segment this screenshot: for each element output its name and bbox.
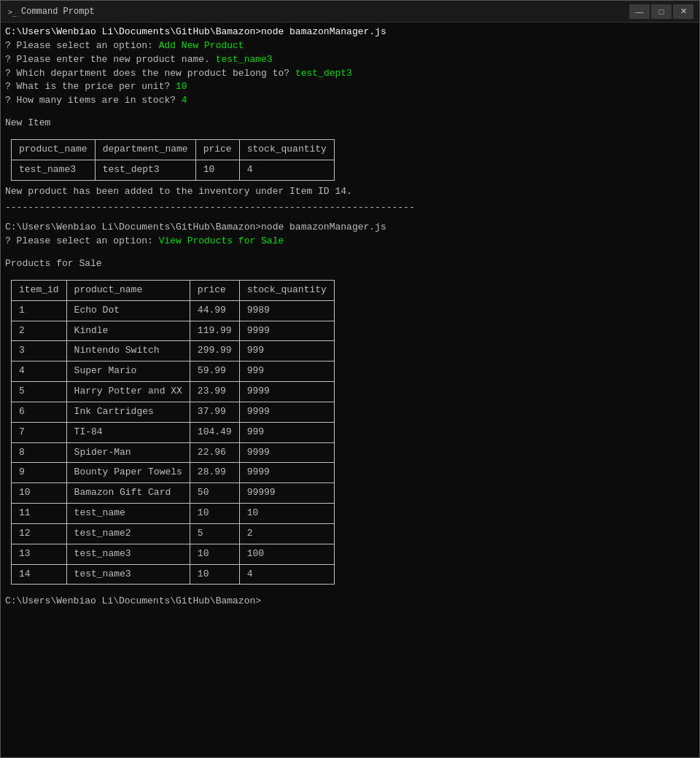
table-row: 2Kindle119.999999 [12,321,335,341]
session1-q3: ? Which department does the new product … [5,67,695,81]
table-row: 13test_name310100 [12,544,335,564]
new-item-product-name: test_name3 [12,160,96,180]
new-item-dept-name: test_dept3 [95,160,195,180]
title-bar-left: >_ Command Prompt [7,7,95,17]
divider: ----------------------------------------… [5,201,695,215]
session1-q2: ? Please enter the new product name. tes… [5,53,695,67]
app-icon: >_ [7,7,17,17]
table-row: 14test_name3104 [12,564,335,585]
new-item-row: test_name3 test_dept3 10 4 [12,160,335,180]
products-table: item_id product_name price stock_quantit… [11,280,335,585]
new-product-msg: New product has been added to the invent… [5,185,695,199]
session1-q1: ? Please select an option: Add New Produ… [5,39,695,53]
table-row: 3Nintendo Switch299.99999 [12,341,335,362]
new-item-price: 10 [195,160,239,180]
table-row: 8Spider-Man22.969999 [12,442,335,463]
window-title: Command Prompt [21,7,95,17]
table-row: 10Bamazon Gift Card5099999 [12,483,335,504]
table-row: 7TI-84104.49999 [12,422,335,442]
table-row: 6Ink Cartridges37.999999 [12,402,335,422]
close-button[interactable]: ✕ [673,4,693,19]
terminal-content[interactable]: C:\Users\Wenbiao Li\Documents\GitHub\Bam… [1,23,699,757]
final-prompt: C:\Users\Wenbiao Li\Documents\GitHub\Bam… [5,595,695,609]
products-label: Products for Sale [5,257,695,271]
new-item-stock: 4 [239,160,334,180]
new-item-table: product_name department_name price stock… [11,139,335,181]
table-row: 1Echo Dot44.999989 [12,300,335,321]
session1-q5: ? How many items are in stock? 4 [5,94,695,108]
table-row: 5Harry Potter and XX23.999999 [12,382,335,402]
col-product-name2: product_name [66,280,190,300]
table-row: 12test_name252 [12,523,335,544]
session2-prompt: C:\Users\Wenbiao Li\Documents\GitHub\Bam… [5,221,695,235]
session1-prompt: C:\Users\Wenbiao Li\Documents\GitHub\Bam… [5,26,695,39]
svg-text:>_: >_ [8,8,17,17]
session1-q4: ? What is the price per unit? 10 [5,80,695,94]
title-bar-controls: — □ ✕ [629,4,693,19]
col-stock-quantity: stock_quantity [239,139,334,160]
minimize-button[interactable]: — [629,4,650,19]
col-price2: price [190,280,239,300]
table-row: 9Bounty Paper Towels28.999999 [12,463,335,483]
session2-q1: ? Please select an option: View Products… [5,235,695,249]
col-item-id: item_id [12,280,67,300]
new-item-label: New Item [5,117,695,130]
col-stock-quantity2: stock_quantity [239,280,334,300]
col-product-name: product_name [12,139,96,160]
title-bar: >_ Command Prompt — □ ✕ [1,1,699,23]
maximize-button[interactable]: □ [651,4,672,19]
col-department-name: department_name [95,139,195,160]
col-price: price [195,139,239,160]
table-row: 4Super Mario59.99999 [12,362,335,382]
table-row: 11test_name1010 [12,504,335,524]
command-prompt-window: >_ Command Prompt — □ ✕ C:\Users\Wenbiao… [0,0,700,758]
